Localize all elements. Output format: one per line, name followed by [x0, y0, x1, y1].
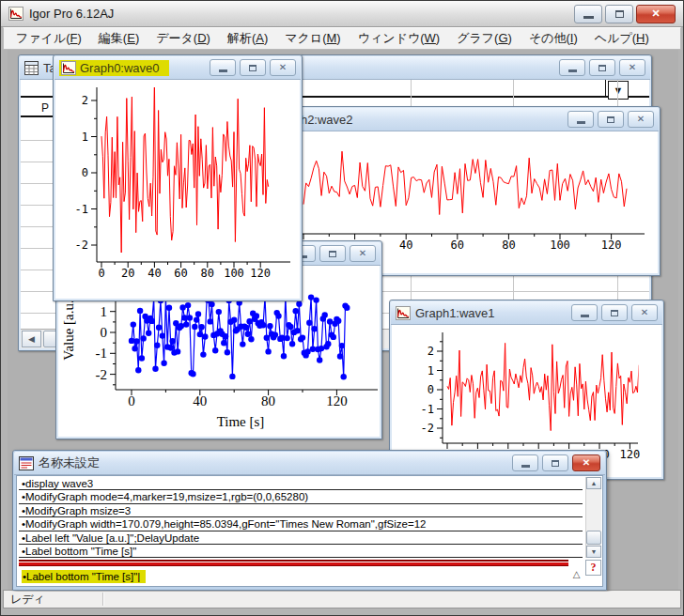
graph2-titlebar[interactable]: Graph2:wave2 ✕ [249, 108, 659, 131]
svg-text:-2: -2 [96, 367, 108, 382]
svg-text:0: 0 [428, 383, 434, 396]
svg-text:2: 2 [428, 345, 434, 358]
svg-text:0: 0 [82, 166, 88, 179]
command-window: 名称未設定 ✕ •display wave3•ModifyGraph mode=… [12, 450, 607, 591]
svg-text:80: 80 [201, 267, 214, 280]
graph-icon [396, 306, 411, 320]
history-line: •Label bottom "Time [s]" [19, 545, 583, 558]
history-scrollbar[interactable]: ▲ ▼ [585, 477, 601, 558]
svg-text:0: 0 [101, 325, 108, 340]
menu-item[interactable]: ヘルプ(H) [586, 28, 658, 49]
menu-item[interactable]: 解析(A) [219, 28, 276, 49]
help-button[interactable]: ? [585, 560, 601, 576]
graph2-minimize-button[interactable] [567, 111, 594, 128]
table-minimize-button[interactable] [559, 59, 585, 76]
svg-text:100: 100 [224, 267, 244, 280]
history-line: •Label left "Value [a.u.]";DelayUpdate [19, 531, 583, 545]
menu-item[interactable]: その他(I) [521, 28, 586, 49]
menu-bar: ファイル(F)編集(E)データ(D)解析(A)マクロ(M)ウィンドウ(W)グラフ… [3, 27, 681, 50]
graph2-maximize-button[interactable] [598, 111, 624, 128]
history-line: •display wave3 [19, 477, 583, 490]
graph0-plot: 020406080100120210-1-2 [55, 80, 300, 299]
svg-text:40: 40 [148, 267, 161, 280]
command-history-icon [19, 456, 34, 470]
main-minimize-button[interactable] [574, 5, 602, 23]
scroll-up-button[interactable]: ▲ [586, 477, 601, 489]
graph1-title: Graph1:wave1 [415, 306, 495, 320]
scroll-thumb[interactable] [586, 531, 601, 545]
table-maximize-button[interactable] [589, 59, 615, 76]
menu-item[interactable]: ファイル(F) [8, 28, 90, 49]
svg-text:-2: -2 [75, 239, 88, 252]
main-close-button[interactable]: ✕ [636, 5, 676, 23]
igor-pro-window: Igor Pro 6.12AJ ✕ ファイル(F)編集(E)データ(D)解析(A… [0, 0, 684, 616]
mdi-client-area: Table0 ✕ ▼ P ◀ [8, 50, 678, 592]
graph1-close-button[interactable]: ✕ [631, 304, 658, 321]
menu-item[interactable]: グラフ(G) [448, 28, 521, 49]
graph0-titlebar[interactable]: Graph0:wave0 ✕ [54, 56, 301, 80]
graph0-title: Graph0:wave0 [80, 61, 160, 75]
menu-item[interactable]: データ(D) [148, 28, 219, 49]
svg-text:0: 0 [128, 393, 135, 408]
menu-item[interactable]: マクロ(M) [276, 28, 349, 49]
status-separator [102, 593, 104, 606]
column-dropdown-button[interactable]: ▼ [608, 81, 629, 100]
svg-text:-1: -1 [421, 403, 434, 416]
command-separator[interactable] [19, 560, 568, 566]
svg-text:80: 80 [261, 393, 275, 408]
graph2-close-button[interactable]: ✕ [628, 111, 654, 128]
scroll-left-button[interactable]: ◀ [22, 331, 41, 347]
command-expand-triangle[interactable]: △ [569, 568, 583, 580]
command-window-title: 名称未設定 [39, 454, 100, 471]
graph-icon [61, 61, 76, 75]
point-column-header: P [21, 101, 49, 115]
svg-text:60: 60 [451, 239, 464, 252]
graph0-maximize-button[interactable] [240, 59, 266, 76]
svg-text:-2: -2 [421, 422, 434, 435]
command-maximize-button[interactable] [542, 454, 568, 471]
command-body: •display wave3•ModifyGraph mode=4,marker… [16, 475, 603, 587]
command-line-input[interactable]: •Label bottom "Time [s]"| [19, 567, 568, 586]
graph0-window: Graph0:wave0 ✕ 020406080100120210-1-2 [53, 54, 303, 301]
svg-text:1: 1 [428, 364, 434, 377]
history-area: •display wave3•ModifyGraph mode=4,marker… [19, 477, 583, 558]
app-title: Igor Pro 6.12AJ [29, 7, 114, 21]
graph0-close-button[interactable]: ✕ [270, 59, 296, 76]
svg-text:100: 100 [550, 239, 570, 252]
svg-text:120: 120 [620, 448, 641, 461]
main-maximize-button[interactable] [605, 5, 633, 23]
scroll-down-button[interactable]: ▼ [586, 546, 601, 558]
graph1-titlebar[interactable]: Graph1:wave1 ✕ [391, 301, 662, 325]
svg-text:1: 1 [101, 304, 108, 319]
svg-text:40: 40 [193, 393, 207, 408]
graph0-title-highlight: Graph0:wave0 [59, 60, 169, 76]
svg-text:1: 1 [82, 131, 88, 144]
table-close-button[interactable]: ✕ [619, 59, 645, 76]
history-line: •ModifyGraph msize=3 [19, 504, 583, 517]
history-line: •ModifyGraph mode=4,marker=19,msize=1,rg… [19, 490, 583, 503]
graph1-minimize-button[interactable] [571, 304, 598, 321]
command-titlebar[interactable]: 名称未設定 ✕ [14, 452, 605, 475]
svg-text:Time [s]: Time [s] [217, 414, 265, 429]
svg-text:-1: -1 [96, 346, 108, 361]
menu-item[interactable]: ウィンドウ(W) [350, 28, 448, 49]
svg-text:20: 20 [121, 267, 134, 280]
graph1-maximize-button[interactable] [601, 304, 628, 321]
table-icon [24, 61, 39, 75]
main-titlebar: Igor Pro 6.12AJ ✕ [1, 1, 683, 27]
status-text: レディ [10, 592, 45, 608]
svg-text:120: 120 [326, 393, 348, 408]
svg-text:120: 120 [250, 267, 271, 280]
status-bar: レディ [3, 590, 681, 608]
menu-item[interactable]: 編集(E) [90, 28, 148, 49]
graph3-close-button[interactable]: ✕ [350, 245, 376, 262]
graph3-maximize-button[interactable] [319, 245, 346, 262]
svg-text:120: 120 [601, 239, 622, 252]
command-minimize-button[interactable] [512, 454, 538, 471]
svg-text:60: 60 [174, 267, 187, 280]
app-icon [8, 7, 23, 21]
history-line: •ModifyGraph width=170.079,height=85.039… [19, 517, 583, 531]
graph0-minimize-button[interactable] [210, 59, 236, 76]
svg-text:-1: -1 [75, 203, 88, 216]
command-close-button[interactable]: ✕ [572, 454, 600, 471]
